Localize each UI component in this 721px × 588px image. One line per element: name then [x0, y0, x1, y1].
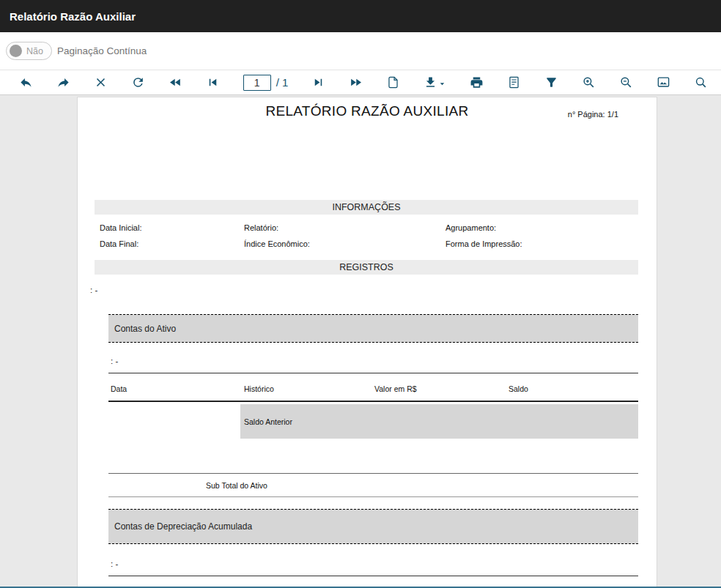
- section-header-informacoes: INFORMAÇÕES: [95, 200, 638, 215]
- fast-forward-icon: [349, 75, 363, 89]
- section-header-registros: REGISTROS: [95, 260, 638, 275]
- download-group: [424, 75, 446, 89]
- report-toolbar: / 1: [0, 70, 721, 95]
- field-label-agrupamento: Agrupamento:: [445, 223, 496, 232]
- group-header-contas-do-ativo: Contas do Ativo: [108, 314, 638, 343]
- document-lines-icon: [507, 75, 521, 89]
- table-header-divider: [108, 401, 638, 402]
- empty-value-marker: : -: [90, 286, 97, 294]
- last-page-icon: [311, 75, 325, 89]
- refresh-button[interactable]: [131, 75, 145, 89]
- table-header-historico: Histórico: [244, 384, 274, 393]
- divider: [108, 473, 638, 474]
- report-viewer[interactable]: RELATÓRIO RAZÃO AUXILIAR n° Página: 1/1 …: [0, 95, 721, 588]
- download-options-button[interactable]: [438, 77, 446, 88]
- image-icon: [657, 75, 670, 89]
- zoom-out-button[interactable]: [619, 75, 633, 89]
- print-button[interactable]: [470, 75, 484, 89]
- filter-icon: [544, 75, 558, 89]
- zoom-in-icon: [582, 75, 596, 89]
- pagination-row: Não Paginação Contínua: [0, 32, 721, 70]
- field-label-data-final: Data Final:: [100, 239, 138, 248]
- search-button[interactable]: [694, 75, 708, 89]
- document-lines-button[interactable]: [507, 75, 521, 89]
- subtotal-label: Sub Total do Ativo: [206, 481, 267, 490]
- refresh-icon: [131, 75, 145, 89]
- field-label-relatorio: Relatório:: [244, 223, 278, 232]
- field-label-forma-impressao: Forma de Impressão:: [445, 239, 522, 248]
- divider: [108, 373, 638, 373]
- divider: [108, 496, 638, 497]
- caret-down-icon: [438, 80, 446, 88]
- field-label-data-inicial: Data Inicial:: [100, 223, 141, 232]
- download-button[interactable]: [424, 75, 437, 89]
- page-number-group: / 1: [243, 75, 289, 91]
- table-header-saldo: Saldo: [509, 384, 528, 393]
- first-page-button[interactable]: [206, 75, 220, 89]
- undo-icon: [19, 75, 33, 89]
- undo-button[interactable]: [19, 75, 33, 89]
- toggle-knob-icon[interactable]: [10, 45, 22, 57]
- empty-value-marker: : -: [111, 357, 118, 365]
- close-button[interactable]: [94, 75, 108, 89]
- redo-button[interactable]: [56, 75, 70, 89]
- first-page-icon: [206, 75, 220, 89]
- new-document-button[interactable]: [386, 75, 400, 89]
- redo-icon: [56, 75, 70, 89]
- page-total-label: / 1: [276, 76, 289, 89]
- toggle-state-label: Não: [26, 46, 43, 56]
- zoom-out-icon: [619, 75, 633, 89]
- pagination-label: Paginação Contínua: [57, 45, 147, 56]
- saldo-anterior-cell: Saldo Anterior: [240, 404, 638, 439]
- empty-value-marker: : -: [111, 559, 118, 568]
- zoom-in-button[interactable]: [582, 75, 596, 89]
- pagination-toggle[interactable]: Não: [6, 42, 52, 60]
- page-number-input[interactable]: [243, 75, 271, 91]
- download-icon: [424, 75, 437, 89]
- close-icon: [94, 75, 108, 89]
- page-title: Relatório Razão Auxiliar: [10, 10, 136, 23]
- new-document-icon: [386, 75, 400, 89]
- report-page: RELATÓRIO RAZÃO AUXILIAR n° Página: 1/1 …: [77, 97, 657, 588]
- table-header-valor: Valor em R$: [374, 384, 417, 393]
- image-button[interactable]: [657, 75, 670, 89]
- field-label-indice-economico: Índice Econômico:: [244, 239, 310, 248]
- fast-rewind-icon: [169, 75, 182, 89]
- table-header-data: Data: [111, 384, 127, 393]
- report-page-indicator: n° Página: 1/1: [568, 110, 618, 119]
- filter-button[interactable]: [544, 75, 558, 89]
- fast-forward-button[interactable]: [349, 75, 363, 89]
- search-icon: [694, 75, 708, 89]
- divider: [108, 576, 638, 576]
- last-page-button[interactable]: [311, 75, 325, 89]
- window-title-bar: Relatório Razão Auxiliar: [0, 0, 721, 32]
- fast-rewind-button[interactable]: [169, 75, 182, 89]
- print-icon: [470, 75, 484, 89]
- group-header-contas-depreciacao: Contas de Depreciação Acumulada: [108, 509, 638, 544]
